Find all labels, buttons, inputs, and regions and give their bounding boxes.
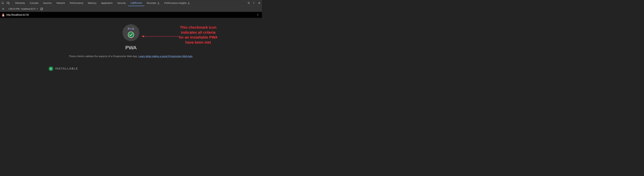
report-menu-icon[interactable] [256,14,260,16]
report-url: http://localhost:4173/ [6,14,29,16]
lighthouse-logo-icon [2,13,5,17]
devtools-top-tabs: Elements Console Sources Network Perform… [0,0,262,6]
svg-point-10 [128,32,134,38]
pwa-badge-circle: PWA [122,24,139,41]
chevron-down-icon [36,8,38,10]
svg-point-5 [254,4,254,4]
inspect-element-icon[interactable] [0,0,5,6]
tab-memory[interactable]: Memory [86,0,99,6]
expand-installable-button[interactable] [49,66,53,71]
flask-icon [157,2,160,4]
tab-network[interactable]: Network [54,0,67,6]
report-selector-label: 1:56:23 PM - localhost:4173 [8,8,36,10]
pwa-section-title: PWA [0,45,262,51]
flask-icon [188,2,190,4]
svg-point-4 [254,3,254,3]
lighthouse-toolbar: 1:56:23 PM - localhost:4173 [0,6,262,12]
tab-sources[interactable]: Sources [41,0,54,6]
installable-label: INSTALLABLE [55,67,78,70]
lighthouse-url-bar: http://localhost:4173/ [0,12,262,18]
tab-performance[interactable]: Performance [67,0,86,6]
tab-security[interactable]: Security [115,0,128,6]
pwa-section-description: These checks validate the aspects of a P… [0,54,262,59]
tab-lighthouse[interactable]: Lighthouse [128,0,144,6]
clear-report-icon[interactable] [40,8,44,11]
pwa-gauge-block: PWA PWA These checks validate the aspect… [0,24,262,59]
installable-section-header: INSTALLABLE [49,66,262,71]
tab-performance-insights[interactable]: Performance insights [162,0,192,6]
device-toggle-icon[interactable] [5,0,11,6]
tab-console[interactable]: Console [27,0,41,6]
svg-point-9 [258,16,258,16]
pwa-mini-logo: PWA [128,27,134,31]
settings-gear-icon[interactable] [246,0,251,6]
divider [7,8,7,11]
kebab-menu-icon[interactable] [251,0,256,6]
new-report-button[interactable] [1,7,5,11]
report-selector[interactable]: 1:56:23 PM - localhost:4173 [8,8,38,10]
svg-point-3 [254,2,254,2]
svg-rect-2 [8,3,10,4]
close-devtools-icon[interactable] [256,0,262,6]
divider [12,1,12,5]
tab-recorder[interactable]: Recorder [144,0,162,6]
svg-point-7 [258,14,258,14]
empty-panel [262,0,644,176]
checkmark-icon [128,32,134,38]
tab-elements[interactable]: Elements [13,0,27,6]
tab-application[interactable]: Application [99,0,115,6]
svg-point-8 [258,15,258,15]
pwa-learn-link[interactable]: Learn what makes a good Progressive Web … [138,55,192,58]
lighthouse-report-body[interactable]: PWA PWA These checks validate the aspect… [0,18,262,176]
